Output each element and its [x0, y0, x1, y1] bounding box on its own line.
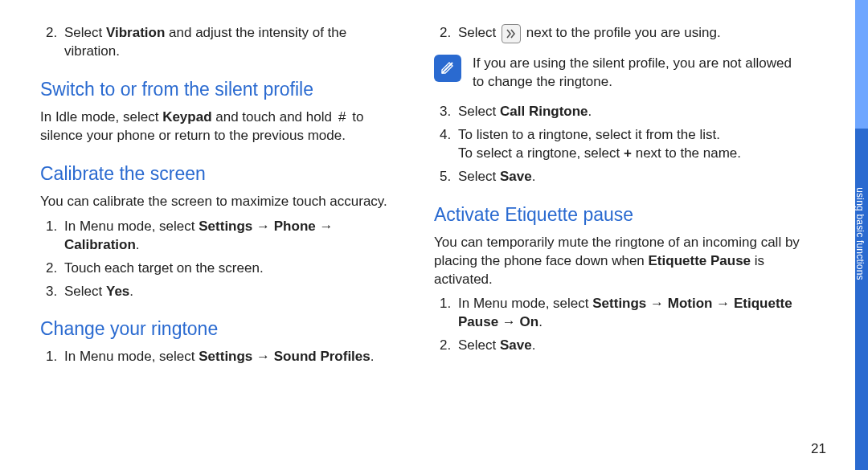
etiquette-step-1: In Menu mode, select Settings → Motion →…: [455, 295, 804, 332]
ringtone-step-2: Select next to the profile you are using…: [455, 24, 804, 43]
txt-bold: Save: [500, 337, 532, 353]
ringtone-step-1: In Menu mode, select Settings → Sound Pr…: [61, 348, 402, 366]
calibrate-steps: In Menu mode, select Settings → Phone → …: [40, 218, 402, 301]
txt: To select a ringtone, select: [458, 145, 624, 161]
txt: In Menu mode, select: [64, 219, 199, 234]
note-icon: [434, 55, 461, 82]
left-column: Select Vibration and adjust the intensit…: [40, 24, 402, 470]
txt: →: [712, 296, 733, 311]
txt-bold: Etiquette Pause: [649, 253, 751, 268]
txt: Select: [458, 337, 500, 353]
txt: →: [316, 219, 334, 234]
calibrate-step-3: Select Yes.: [61, 283, 402, 301]
txt: .: [532, 169, 536, 184]
txt-bold: Call Ringtone: [500, 104, 588, 119]
page-content: Select Vibration and adjust the intensit…: [0, 0, 804, 470]
txt-bold: Motion: [668, 296, 713, 311]
txt-bold: Settings: [199, 219, 252, 234]
ringtone-step-3: Select Call Ringtone.: [455, 103, 804, 121]
txt: next to the name.: [632, 145, 741, 161]
note-row: If you are using the silent profile, you…: [434, 55, 804, 92]
txt-bold: Settings: [199, 349, 252, 364]
txt-bold: Vibration: [106, 25, 165, 40]
etiquette-intro: You can temporarily mute the ringtone of…: [434, 234, 804, 289]
right-column: Select next to the profile you are using…: [434, 24, 804, 470]
txt-bold: Settings: [592, 296, 646, 311]
txt: .: [532, 337, 536, 353]
txt-bold: Sound Profiles: [274, 349, 371, 364]
txt: next to the profile you are using.: [526, 25, 721, 40]
page-number: 21: [811, 441, 826, 457]
txt: In Menu mode, select: [64, 349, 199, 364]
txt-bold: Save: [500, 169, 532, 184]
ringtone-step-4: To listen to a ringtone, select it from …: [455, 126, 804, 163]
txt: Select: [458, 104, 500, 119]
side-tab-label: using basic functions: [854, 161, 866, 306]
ringtone-step-5: Select Save.: [455, 168, 804, 186]
txt: Select: [64, 284, 106, 299]
txt: .: [136, 237, 140, 252]
txt: →: [252, 219, 273, 234]
heading-silent-profile: Switch to or from the silent profile: [40, 79, 402, 100]
ringtone-steps-left: In Menu mode, select Settings → Sound Pr…: [40, 348, 402, 366]
txt-bold: Keypad: [162, 109, 211, 125]
note-text: If you are using the silent profile, you…: [473, 55, 804, 92]
ringtone-steps-right-2: Select Call Ringtone. To listen to a rin…: [434, 103, 804, 186]
heading-calibrate: Calibrate the screen: [40, 163, 402, 185]
txt-bold: +: [624, 145, 632, 161]
txt: In Idle mode, select: [40, 109, 162, 125]
txt: Select: [458, 169, 500, 184]
txt-bold: Calibration: [64, 237, 136, 252]
heading-etiquette: Activate Etiquette pause: [434, 204, 804, 226]
txt-bold: On: [520, 314, 539, 329]
txt: →: [646, 296, 667, 311]
calibrate-step-1: In Menu mode, select Settings → Phone → …: [61, 218, 402, 255]
txt: .: [129, 284, 133, 299]
calibrate-intro: You can calibrate the screen to maximize…: [40, 193, 402, 211]
txt: In Menu mode, select: [458, 296, 592, 311]
txt-bold: Phone: [274, 219, 316, 234]
txt: →: [498, 314, 519, 329]
etiquette-steps: In Menu mode, select Settings → Motion →…: [434, 295, 804, 355]
etiquette-step-2: Select Save.: [455, 337, 804, 355]
calibrate-step-2: Touch each target on the screen.: [61, 260, 402, 278]
pound-key-icon: #: [336, 108, 349, 127]
txt: Select: [458, 25, 500, 40]
txt: .: [371, 349, 375, 364]
heading-change-ringtone: Change your ringtone: [40, 318, 402, 340]
txt: .: [588, 104, 592, 119]
side-tab-accent: [855, 0, 868, 129]
ringtone-steps-right: Select next to the profile you are using…: [434, 24, 804, 43]
txt-bold: Yes: [106, 284, 129, 299]
txt: .: [538, 314, 542, 329]
silent-profile-paragraph: In Idle mode, select Keypad and touch an…: [40, 108, 402, 145]
txt: To listen to a ringtone, select it from …: [458, 127, 720, 142]
double-chevron-icon: [502, 24, 521, 43]
txt: Select: [64, 25, 106, 40]
vibration-step-list: Select Vibration and adjust the intensit…: [40, 24, 402, 61]
txt: →: [252, 349, 273, 364]
vibration-step-2: Select Vibration and adjust the intensit…: [61, 24, 402, 61]
txt: and touch and hold: [212, 109, 336, 125]
